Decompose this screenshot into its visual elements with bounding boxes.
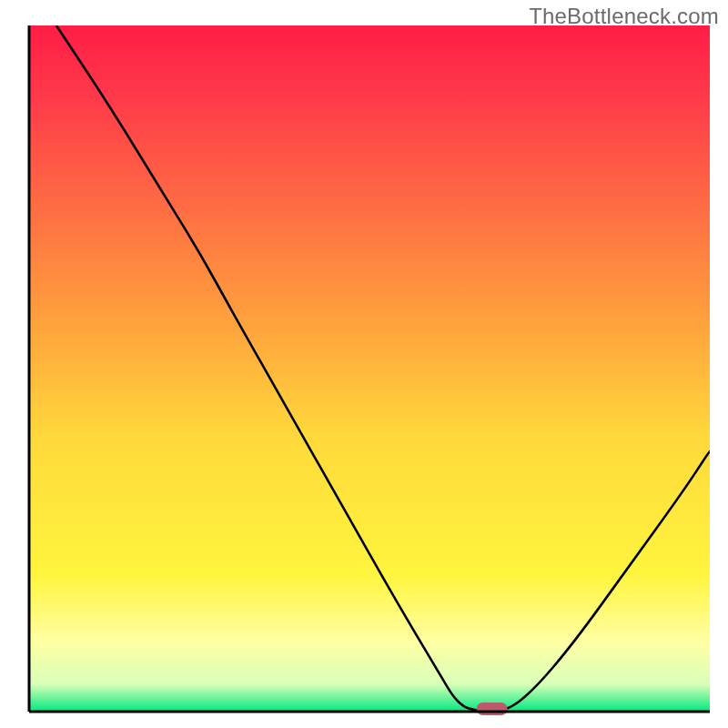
chart-svg xyxy=(0,0,728,728)
heat-gradient xyxy=(29,25,710,712)
watermark-text: TheBottleneck.com xyxy=(529,4,719,29)
chart-container: TheBottleneck.com xyxy=(0,0,728,728)
optimal-marker xyxy=(477,703,508,715)
